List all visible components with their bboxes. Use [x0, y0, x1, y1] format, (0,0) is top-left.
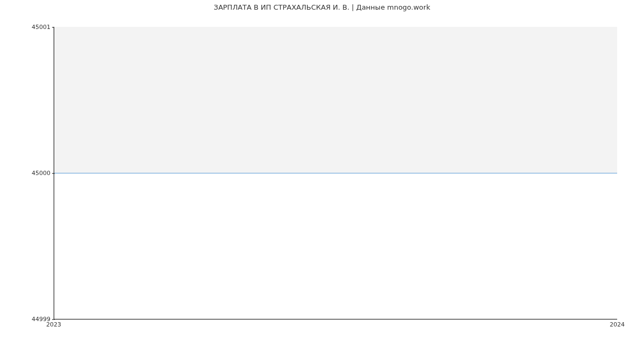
- y-tick-label: 45001: [32, 24, 50, 31]
- chart-title: ЗАРПЛАТА В ИП СТРАХАЛЬСКАЯ И. В. | Данны…: [0, 3, 644, 11]
- y-tick-top: 45001: [32, 24, 50, 31]
- series-line: [54, 173, 617, 173]
- plot-area: [54, 27, 617, 319]
- area-fill: [54, 27, 617, 173]
- y-tick-mid: 45000: [32, 170, 50, 177]
- y-tick-label: 45000: [32, 170, 50, 177]
- x-tick-right: 2024: [610, 321, 625, 328]
- x-tick-left: 2023: [46, 321, 61, 328]
- chart-container: ЗАРПЛАТА В ИП СТРАХАЛЬСКАЯ И. В. | Данны…: [0, 0, 644, 349]
